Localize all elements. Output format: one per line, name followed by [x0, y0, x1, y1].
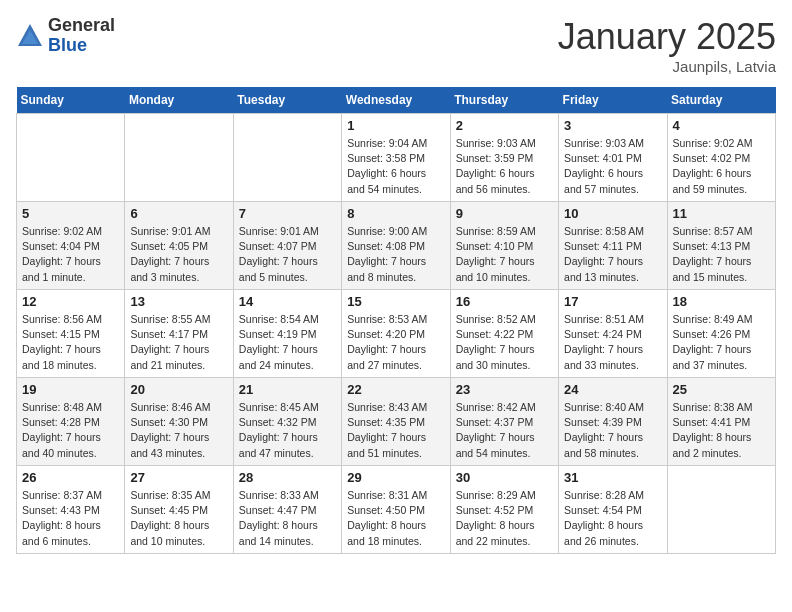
day-number: 26 — [22, 470, 119, 485]
day-info: Sunrise: 9:02 AM Sunset: 4:04 PM Dayligh… — [22, 224, 119, 285]
day-number: 14 — [239, 294, 336, 309]
day-info: Sunrise: 8:53 AM Sunset: 4:20 PM Dayligh… — [347, 312, 444, 373]
day-info: Sunrise: 9:01 AM Sunset: 4:05 PM Dayligh… — [130, 224, 227, 285]
day-number: 13 — [130, 294, 227, 309]
logo-icon — [16, 22, 44, 50]
day-info: Sunrise: 8:35 AM Sunset: 4:45 PM Dayligh… — [130, 488, 227, 549]
logo-text: General Blue — [48, 16, 115, 56]
empty-day-cell — [17, 114, 125, 202]
day-info: Sunrise: 8:40 AM Sunset: 4:39 PM Dayligh… — [564, 400, 661, 461]
calendar-day-cell: 25Sunrise: 8:38 AM Sunset: 4:41 PM Dayli… — [667, 378, 775, 466]
month-title: January 2025 — [558, 16, 776, 58]
day-info: Sunrise: 9:02 AM Sunset: 4:02 PM Dayligh… — [673, 136, 770, 197]
day-number: 1 — [347, 118, 444, 133]
weekday-header-saturday: Saturday — [667, 87, 775, 114]
day-number: 10 — [564, 206, 661, 221]
day-info: Sunrise: 8:29 AM Sunset: 4:52 PM Dayligh… — [456, 488, 553, 549]
day-number: 16 — [456, 294, 553, 309]
calendar-day-cell: 20Sunrise: 8:46 AM Sunset: 4:30 PM Dayli… — [125, 378, 233, 466]
day-number: 24 — [564, 382, 661, 397]
day-number: 23 — [456, 382, 553, 397]
weekday-row: SundayMondayTuesdayWednesdayThursdayFrid… — [17, 87, 776, 114]
title-area: January 2025 Jaunpils, Latvia — [558, 16, 776, 75]
calendar-day-cell: 6Sunrise: 9:01 AM Sunset: 4:05 PM Daylig… — [125, 202, 233, 290]
day-info: Sunrise: 8:58 AM Sunset: 4:11 PM Dayligh… — [564, 224, 661, 285]
calendar-day-cell: 7Sunrise: 9:01 AM Sunset: 4:07 PM Daylig… — [233, 202, 341, 290]
day-number: 17 — [564, 294, 661, 309]
calendar-day-cell: 12Sunrise: 8:56 AM Sunset: 4:15 PM Dayli… — [17, 290, 125, 378]
day-number: 31 — [564, 470, 661, 485]
calendar-week-row: 26Sunrise: 8:37 AM Sunset: 4:43 PM Dayli… — [17, 466, 776, 554]
day-number: 29 — [347, 470, 444, 485]
day-info: Sunrise: 8:51 AM Sunset: 4:24 PM Dayligh… — [564, 312, 661, 373]
calendar-day-cell: 1Sunrise: 9:04 AM Sunset: 3:58 PM Daylig… — [342, 114, 450, 202]
calendar-day-cell: 21Sunrise: 8:45 AM Sunset: 4:32 PM Dayli… — [233, 378, 341, 466]
calendar-day-cell: 16Sunrise: 8:52 AM Sunset: 4:22 PM Dayli… — [450, 290, 558, 378]
calendar-day-cell: 31Sunrise: 8:28 AM Sunset: 4:54 PM Dayli… — [559, 466, 667, 554]
day-number: 3 — [564, 118, 661, 133]
calendar-day-cell: 10Sunrise: 8:58 AM Sunset: 4:11 PM Dayli… — [559, 202, 667, 290]
day-number: 2 — [456, 118, 553, 133]
calendar-day-cell: 14Sunrise: 8:54 AM Sunset: 4:19 PM Dayli… — [233, 290, 341, 378]
day-info: Sunrise: 9:04 AM Sunset: 3:58 PM Dayligh… — [347, 136, 444, 197]
calendar-day-cell: 18Sunrise: 8:49 AM Sunset: 4:26 PM Dayli… — [667, 290, 775, 378]
weekday-header-thursday: Thursday — [450, 87, 558, 114]
day-info: Sunrise: 9:01 AM Sunset: 4:07 PM Dayligh… — [239, 224, 336, 285]
calendar-header: SundayMondayTuesdayWednesdayThursdayFrid… — [17, 87, 776, 114]
calendar-day-cell: 3Sunrise: 9:03 AM Sunset: 4:01 PM Daylig… — [559, 114, 667, 202]
empty-day-cell — [125, 114, 233, 202]
calendar-day-cell: 29Sunrise: 8:31 AM Sunset: 4:50 PM Dayli… — [342, 466, 450, 554]
calendar-day-cell: 8Sunrise: 9:00 AM Sunset: 4:08 PM Daylig… — [342, 202, 450, 290]
day-number: 27 — [130, 470, 227, 485]
day-info: Sunrise: 9:03 AM Sunset: 3:59 PM Dayligh… — [456, 136, 553, 197]
day-info: Sunrise: 9:00 AM Sunset: 4:08 PM Dayligh… — [347, 224, 444, 285]
day-number: 8 — [347, 206, 444, 221]
day-info: Sunrise: 8:28 AM Sunset: 4:54 PM Dayligh… — [564, 488, 661, 549]
day-number: 9 — [456, 206, 553, 221]
day-info: Sunrise: 8:55 AM Sunset: 4:17 PM Dayligh… — [130, 312, 227, 373]
day-number: 20 — [130, 382, 227, 397]
weekday-header-sunday: Sunday — [17, 87, 125, 114]
calendar-day-cell: 22Sunrise: 8:43 AM Sunset: 4:35 PM Dayli… — [342, 378, 450, 466]
calendar-day-cell: 5Sunrise: 9:02 AM Sunset: 4:04 PM Daylig… — [17, 202, 125, 290]
day-number: 19 — [22, 382, 119, 397]
day-number: 4 — [673, 118, 770, 133]
calendar-day-cell: 15Sunrise: 8:53 AM Sunset: 4:20 PM Dayli… — [342, 290, 450, 378]
day-number: 25 — [673, 382, 770, 397]
day-info: Sunrise: 8:31 AM Sunset: 4:50 PM Dayligh… — [347, 488, 444, 549]
weekday-header-wednesday: Wednesday — [342, 87, 450, 114]
day-number: 22 — [347, 382, 444, 397]
day-number: 7 — [239, 206, 336, 221]
logo-blue-text: Blue — [48, 36, 115, 56]
day-info: Sunrise: 8:52 AM Sunset: 4:22 PM Dayligh… — [456, 312, 553, 373]
empty-day-cell — [667, 466, 775, 554]
calendar-day-cell: 24Sunrise: 8:40 AM Sunset: 4:39 PM Dayli… — [559, 378, 667, 466]
calendar-week-row: 1Sunrise: 9:04 AM Sunset: 3:58 PM Daylig… — [17, 114, 776, 202]
day-info: Sunrise: 8:33 AM Sunset: 4:47 PM Dayligh… — [239, 488, 336, 549]
day-number: 15 — [347, 294, 444, 309]
calendar-week-row: 12Sunrise: 8:56 AM Sunset: 4:15 PM Dayli… — [17, 290, 776, 378]
day-info: Sunrise: 8:48 AM Sunset: 4:28 PM Dayligh… — [22, 400, 119, 461]
day-number: 21 — [239, 382, 336, 397]
day-info: Sunrise: 8:38 AM Sunset: 4:41 PM Dayligh… — [673, 400, 770, 461]
calendar-day-cell: 28Sunrise: 8:33 AM Sunset: 4:47 PM Dayli… — [233, 466, 341, 554]
calendar-day-cell: 9Sunrise: 8:59 AM Sunset: 4:10 PM Daylig… — [450, 202, 558, 290]
day-info: Sunrise: 8:45 AM Sunset: 4:32 PM Dayligh… — [239, 400, 336, 461]
day-info: Sunrise: 8:37 AM Sunset: 4:43 PM Dayligh… — [22, 488, 119, 549]
empty-day-cell — [233, 114, 341, 202]
logo-general-text: General — [48, 16, 115, 36]
calendar-body: 1Sunrise: 9:04 AM Sunset: 3:58 PM Daylig… — [17, 114, 776, 554]
calendar-day-cell: 26Sunrise: 8:37 AM Sunset: 4:43 PM Dayli… — [17, 466, 125, 554]
day-number: 12 — [22, 294, 119, 309]
day-number: 5 — [22, 206, 119, 221]
calendar-table: SundayMondayTuesdayWednesdayThursdayFrid… — [16, 87, 776, 554]
day-info: Sunrise: 8:43 AM Sunset: 4:35 PM Dayligh… — [347, 400, 444, 461]
day-number: 28 — [239, 470, 336, 485]
day-number: 6 — [130, 206, 227, 221]
calendar-day-cell: 11Sunrise: 8:57 AM Sunset: 4:13 PM Dayli… — [667, 202, 775, 290]
day-info: Sunrise: 8:42 AM Sunset: 4:37 PM Dayligh… — [456, 400, 553, 461]
location: Jaunpils, Latvia — [558, 58, 776, 75]
calendar-day-cell: 19Sunrise: 8:48 AM Sunset: 4:28 PM Dayli… — [17, 378, 125, 466]
day-info: Sunrise: 8:49 AM Sunset: 4:26 PM Dayligh… — [673, 312, 770, 373]
calendar-day-cell: 4Sunrise: 9:02 AM Sunset: 4:02 PM Daylig… — [667, 114, 775, 202]
